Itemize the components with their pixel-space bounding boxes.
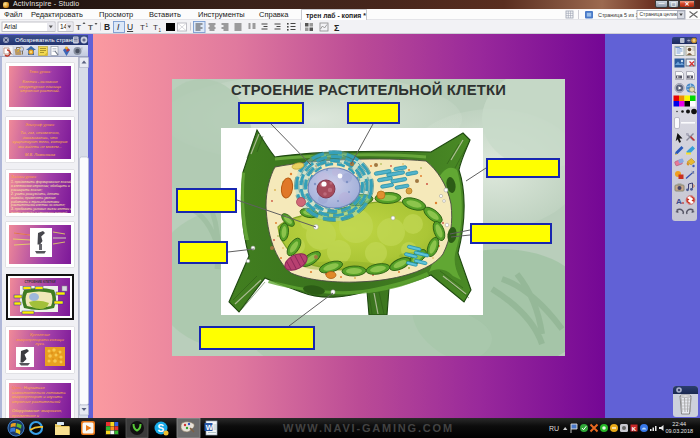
svg-text:Обозреватель страниц: Обозреватель страниц	[15, 37, 79, 43]
svg-text:1: 1	[146, 23, 149, 28]
svg-text:Arial: Arial	[4, 23, 18, 30]
svg-text:S: S	[158, 423, 165, 434]
svg-text:Страница 5 из 11: Страница 5 из 11	[598, 12, 641, 18]
svg-text:1: 1	[159, 28, 162, 33]
svg-text:СТРОЕНИЕ КЛЕТКИ: СТРОЕНИЕ КЛЕТКИ	[25, 280, 57, 284]
svg-text:Σ: Σ	[334, 23, 340, 33]
svg-text:K: K	[632, 426, 637, 432]
svg-text:U: U	[127, 22, 133, 32]
svg-text:W: W	[206, 423, 214, 432]
svg-text:T: T	[140, 23, 145, 32]
svg-text:T: T	[153, 23, 158, 32]
svg-text:A: A	[676, 197, 682, 206]
svg-text:B: B	[104, 22, 110, 32]
svg-text:T: T	[76, 23, 81, 32]
svg-text:RU: RU	[549, 425, 559, 432]
svg-text:Страница целиком: Страница целиком	[640, 11, 684, 17]
svg-text:WWW.NAVI-GAMING.COM: WWW.NAVI-GAMING.COM	[283, 422, 454, 434]
svg-text:T: T	[88, 23, 93, 32]
